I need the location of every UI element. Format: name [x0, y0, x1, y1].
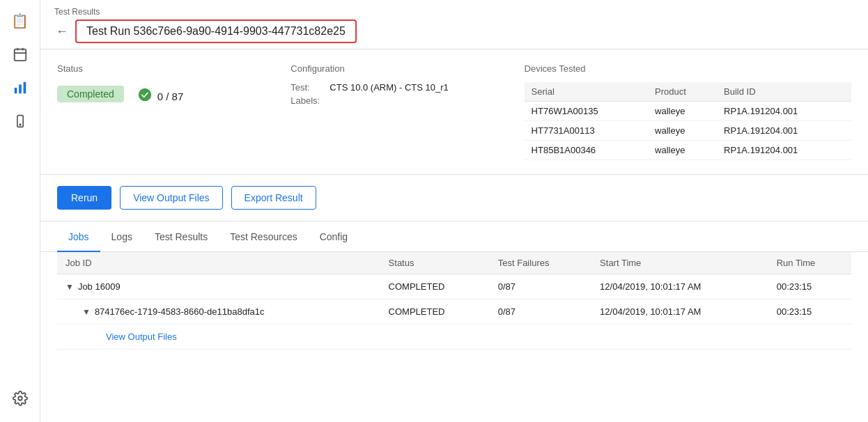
device-cell-product: walleye: [648, 141, 717, 160]
job-cell-test_failures: 0/87: [490, 274, 591, 299]
bar-chart-icon[interactable]: [6, 74, 34, 102]
devices-label: Devices Tested: [525, 63, 851, 74]
device-row: HT76W1A00135walleyeRP1A.191204.001: [525, 102, 851, 121]
config-test-val: CTS 10.0 (ARM) - CTS 10_r1: [330, 82, 449, 93]
back-button[interactable]: ←: [54, 23, 70, 40]
view-output-row: View Output Files: [57, 325, 851, 350]
job-id-text: Job 16009: [78, 281, 121, 292]
job-row: ▼Job 16009COMPLETED0/8712/04/2019, 10:01…: [57, 274, 851, 299]
config-test-row: Test: CTS 10.0 (ARM) - CTS 10_r1: [290, 82, 524, 93]
devices-section: Devices Tested Serial Product Build ID H…: [525, 63, 851, 160]
device-row: HT85B1A00346walleyeRP1A.191204.001: [525, 141, 851, 160]
device-cell-build_id: RP1A.191204.001: [717, 141, 851, 160]
device-cell-product: walleye: [648, 102, 717, 121]
pass-count: 0 / 87: [138, 88, 184, 105]
checkmark-icon: [138, 88, 152, 105]
pass-count-text: 0 / 87: [157, 91, 184, 102]
device-row: HT7731A00113walleyeRP1A.191204.001: [525, 121, 851, 141]
jobs-table: Job IDStatusTest FailuresStart TimeRun T…: [57, 252, 851, 350]
rerun-button[interactable]: Rerun: [57, 186, 111, 210]
job-cell-status: COMPLETED: [380, 274, 490, 299]
devices-col-serial: Serial: [525, 82, 648, 102]
sidebar: 📋: [0, 0, 40, 422]
svg-rect-5: [19, 84, 22, 93]
svg-rect-6: [23, 82, 26, 94]
top-bar: Test Results ← Test Run 536c76e6-9a90-49…: [40, 0, 868, 49]
calendar-icon[interactable]: [6, 40, 34, 68]
config-test-key: Test:: [290, 82, 325, 93]
job-id-cell: ▼Job 16009: [57, 274, 380, 299]
chevron-down-icon[interactable]: ▼: [82, 307, 91, 317]
actions-row: Rerun View Output Files Export Result: [40, 175, 868, 221]
job-row: ▼874176ec-1719-4583-8660-de11ba8dfa1cCOM…: [57, 299, 851, 325]
test-run-header: ← Test Run 536c76e6-9a90-4914-9903-44773…: [54, 19, 854, 43]
view-output-link[interactable]: View Output Files: [106, 331, 177, 342]
job-cell-test_failures: 0/87: [490, 299, 591, 325]
devices-table: Serial Product Build ID HT76W1A00135wall…: [525, 82, 851, 160]
info-section: Status Completed 0 / 87 Configuration Te…: [40, 49, 868, 175]
config-col: Configuration Test: CTS 10.0 (ARM) - CTS…: [290, 63, 524, 160]
job-cell-status: COMPLETED: [380, 299, 490, 325]
main-content: Test Results ← Test Run 536c76e6-9a90-49…: [40, 0, 868, 422]
device-cell-serial: HT7731A00113: [525, 121, 648, 141]
status-col: Status Completed 0 / 87: [57, 63, 290, 160]
job-cell-start_time: 12/04/2019, 10:01:17 AM: [591, 299, 768, 325]
device-cell-product: walleye: [648, 121, 717, 141]
phone-icon[interactable]: [6, 107, 34, 135]
svg-rect-4: [14, 88, 17, 93]
test-run-id: Test Run 536c76e6-9a90-4914-9903-447731c…: [75, 19, 357, 43]
tab-jobs[interactable]: Jobs: [57, 221, 100, 252]
clipboard-icon[interactable]: 📋: [6, 7, 34, 35]
devices-col-product: Product: [648, 82, 717, 102]
svg-rect-0: [14, 49, 26, 61]
device-cell-serial: HT76W1A00135: [525, 102, 648, 121]
view-output-cell: View Output Files: [57, 325, 851, 350]
device-cell-serial: HT85B1A00346: [525, 141, 648, 160]
jobs-col-test-failures: Test Failures: [490, 252, 591, 274]
svg-point-8: [20, 124, 21, 125]
svg-point-9: [18, 396, 22, 400]
tab-test-resources[interactable]: Test Resources: [219, 221, 308, 252]
export-result-button[interactable]: Export Result: [231, 186, 316, 210]
jobs-col-status: Status: [380, 252, 490, 274]
tab-logs[interactable]: Logs: [100, 221, 144, 252]
config-labels-row: Labels:: [290, 95, 524, 106]
config-label: Configuration: [290, 63, 524, 74]
job-id-text: 874176ec-1719-4583-8660-de11ba8dfa1c: [95, 306, 265, 317]
status-label: Status: [57, 63, 290, 74]
svg-point-10: [139, 88, 151, 101]
devices-col-buildid: Build ID: [717, 82, 851, 102]
view-output-button[interactable]: View Output Files: [120, 186, 222, 210]
jobs-section: Job IDStatusTest FailuresStart TimeRun T…: [40, 252, 868, 364]
jobs-col-run-time: Run Time: [768, 252, 851, 274]
job-cell-run_time: 00:23:15: [768, 299, 851, 325]
jobs-col-start-time: Start Time: [591, 252, 768, 274]
chevron-down-icon[interactable]: ▼: [65, 282, 74, 292]
job-id-cell: ▼874176ec-1719-4583-8660-de11ba8dfa1c: [57, 299, 380, 325]
tab-test-results[interactable]: Test Results: [144, 221, 219, 252]
jobs-col-job-id: Job ID: [57, 252, 380, 274]
tab-config[interactable]: Config: [309, 221, 359, 252]
job-cell-run_time: 00:23:15: [768, 274, 851, 299]
job-cell-start_time: 12/04/2019, 10:01:17 AM: [591, 274, 768, 299]
settings-icon[interactable]: [6, 384, 34, 412]
device-cell-build_id: RP1A.191204.001: [717, 121, 851, 141]
status-badge: Completed: [57, 86, 124, 102]
breadcrumb: Test Results: [54, 7, 854, 17]
device-cell-build_id: RP1A.191204.001: [717, 102, 851, 121]
tabs-row: JobsLogsTest ResultsTest ResourcesConfig: [40, 221, 868, 252]
config-labels-key: Labels:: [290, 95, 325, 106]
